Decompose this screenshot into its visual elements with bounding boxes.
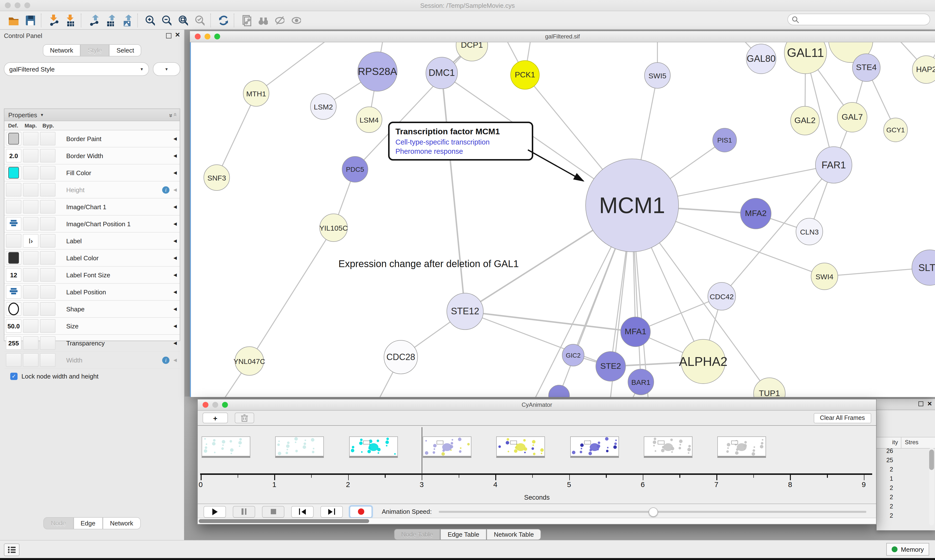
search-input[interactable] <box>799 15 930 23</box>
search-network-button[interactable] <box>254 12 271 28</box>
network-node-mfa1[interactable]: MFA1 <box>620 317 651 347</box>
stop-button[interactable] <box>262 506 284 517</box>
float-panel-icon[interactable] <box>166 33 171 38</box>
network-node-ste4[interactable]: STE4 <box>852 54 881 82</box>
delete-frame-button[interactable] <box>235 412 254 423</box>
network-node-ynl047c[interactable]: YNL047C <box>235 346 264 375</box>
property-def-cell[interactable] <box>6 200 22 214</box>
property-byp-cell[interactable] <box>40 200 56 214</box>
property-map-cell[interactable] <box>23 183 39 197</box>
property-def-cell[interactable] <box>6 302 22 316</box>
animator-hscrollbar[interactable] <box>198 518 876 524</box>
property-byp-cell[interactable] <box>40 132 56 146</box>
checkbox-checked-icon[interactable]: ✓ <box>10 373 17 380</box>
tab-node-table[interactable]: Node Table <box>394 529 440 540</box>
property-row[interactable]: ⁞›Label◀ <box>5 232 180 249</box>
network-canvas[interactable]: RPS28BDCP1RPS28ADMC1PCK1MTH1LSM2LSM4SWI5… <box>190 42 935 397</box>
network-node-pdc5[interactable]: PDC5 <box>342 156 368 182</box>
property-def-cell[interactable] <box>6 251 22 265</box>
info-icon[interactable]: i <box>162 186 170 194</box>
tab-edge-table[interactable]: Edge Table <box>440 529 487 540</box>
network-node-lsm2[interactable]: LSM2 <box>310 94 336 120</box>
record-button[interactable] <box>350 506 372 517</box>
timeline-playhead[interactable] <box>422 427 423 474</box>
memory-button[interactable]: Memory <box>886 543 929 555</box>
property-map-cell[interactable] <box>23 200 39 214</box>
animation-speed-slider[interactable] <box>438 506 866 517</box>
property-byp-cell[interactable] <box>40 217 56 231</box>
property-row[interactable]: Widthi◀ <box>5 352 180 369</box>
property-map-cell[interactable] <box>23 353 39 367</box>
network-node-mfa2[interactable]: MFA2 <box>740 198 771 229</box>
property-byp-cell[interactable] <box>40 149 56 163</box>
network-node-gal7[interactable]: GAL7 <box>837 102 867 132</box>
expand-row-icon[interactable]: ◀ <box>173 170 177 175</box>
expand-row-icon[interactable]: ◀ <box>173 238 177 243</box>
tab-style[interactable]: Style <box>80 44 110 57</box>
property-map-cell[interactable] <box>23 319 39 333</box>
property-row[interactable]: Heighti◀ <box>5 182 180 198</box>
info-icon[interactable]: i <box>162 356 170 364</box>
first-frame-button[interactable] <box>291 506 313 517</box>
property-byp-cell[interactable] <box>40 319 56 333</box>
expand-row-icon[interactable]: ◀ <box>173 222 177 226</box>
collapse-all-icon[interactable]: » <box>171 114 178 116</box>
export-network-button[interactable] <box>85 12 101 28</box>
property-map-cell[interactable] <box>23 217 39 231</box>
network-node-swi5[interactable]: SWI5 <box>644 62 671 89</box>
network-node-rps28a[interactable]: RPS28A <box>358 52 397 91</box>
tab-network[interactable]: Network <box>43 44 80 57</box>
expand-row-icon[interactable]: ◀ <box>173 136 177 141</box>
cyanimator-titlebar[interactable]: CyAnimator <box>198 400 876 411</box>
property-row[interactable]: Shape◀ <box>5 301 180 318</box>
property-map-cell[interactable] <box>23 166 39 180</box>
expand-row-icon[interactable]: ◀ <box>173 272 177 277</box>
apply-layout-button[interactable] <box>214 12 231 28</box>
property-row[interactable]: 255Transparency◀ <box>5 335 180 352</box>
tab-select[interactable]: Select <box>109 44 141 57</box>
frame-thumbnail-3[interactable] <box>423 437 471 458</box>
clear-all-frames-button[interactable]: Clear All Frames <box>813 413 871 423</box>
network-node-pck1[interactable]: PCK1 <box>510 60 540 89</box>
network-node-gal2[interactable]: GAL2 <box>790 106 819 135</box>
import-network-button[interactable] <box>45 12 61 28</box>
expand-row-icon[interactable]: ◀ <box>173 187 177 192</box>
play-button[interactable] <box>204 506 226 517</box>
network-node-pis1[interactable]: PIS1 <box>713 128 737 152</box>
frame-thumbnail-7[interactable] <box>717 437 766 458</box>
property-map-cell[interactable] <box>23 268 39 282</box>
pause-button[interactable] <box>233 506 255 517</box>
property-map-cell[interactable] <box>23 336 39 350</box>
expand-row-icon[interactable]: ◀ <box>173 205 177 209</box>
open-session-button[interactable] <box>5 12 22 28</box>
lock-size-row[interactable]: ✓ Lock node width and height <box>5 369 180 380</box>
close-panel-icon[interactable]: ✕ <box>175 31 180 38</box>
expand-row-icon[interactable]: ◀ <box>173 306 177 311</box>
global-search-field[interactable] <box>787 14 930 25</box>
add-frame-button[interactable]: + <box>202 412 228 423</box>
property-byp-cell[interactable] <box>40 336 56 350</box>
property-row[interactable]: Label Color◀ <box>5 249 180 267</box>
tab-node[interactable]: Node <box>43 517 73 529</box>
property-def-cell[interactable]: 50.0 <box>6 319 22 333</box>
network-node-ste2[interactable]: STE2 <box>596 351 626 382</box>
float-table-icon[interactable] <box>918 402 923 406</box>
last-frame-button[interactable] <box>321 506 343 517</box>
property-map-cell[interactable]: ⁞› <box>23 234 39 248</box>
style-options-button[interactable]: ▼ <box>153 62 180 76</box>
network-node-mcm1[interactable]: MCM1 <box>585 158 679 252</box>
expand-row-icon[interactable]: ◀ <box>173 323 177 328</box>
network-node-mth1[interactable]: MTH1 <box>243 80 269 106</box>
tab-network-table[interactable]: Network Table <box>486 529 541 540</box>
frame-thumbnail-6[interactable] <box>644 437 693 458</box>
property-map-cell[interactable] <box>23 132 39 146</box>
animation-timeline[interactable]: Seconds 0123456789 <box>198 425 876 503</box>
property-def-cell[interactable]: 255 <box>6 336 22 350</box>
property-row[interactable]: Label Position◀ <box>5 284 180 301</box>
table-scrollbar-thumb[interactable] <box>929 449 934 470</box>
network-caption[interactable]: Expression change after deletion of GAL1 <box>338 258 518 269</box>
annotation-link[interactable]: Cell-type-specific transcription <box>395 138 526 146</box>
network-node-cdc28[interactable]: CDC28 <box>384 340 418 374</box>
hide-details-button[interactable] <box>271 12 287 28</box>
zoom-selected-button[interactable] <box>191 12 207 28</box>
